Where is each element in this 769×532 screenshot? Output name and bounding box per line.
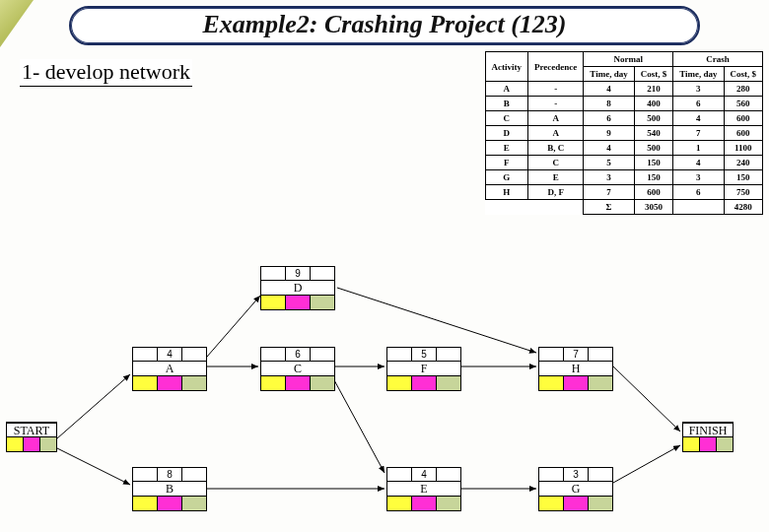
col-crash: Crash (673, 52, 763, 67)
name-b: B (133, 482, 206, 497)
col-crash-cost: Cost, $ (724, 67, 763, 82)
dur-f: 5 (412, 348, 437, 361)
cell-act: B (485, 97, 528, 111)
dur-c: 6 (286, 348, 311, 361)
dur-d: 9 (286, 267, 311, 280)
cell-act: A (485, 82, 528, 97)
dur-b: 8 (158, 468, 182, 481)
dur-h: 7 (564, 348, 589, 361)
cell-nt: 4 (584, 82, 634, 97)
col-normal: Normal (584, 52, 673, 67)
cell-act: C (485, 111, 528, 126)
table-row: FC51504240 (485, 156, 763, 170)
corner-accent (0, 0, 34, 47)
sum-label: Σ (584, 200, 634, 215)
dur-e: 4 (412, 468, 437, 481)
start-label: START (7, 423, 56, 437)
cell-cc: 560 (724, 97, 763, 111)
cell-nc: 150 (634, 170, 673, 185)
cell-ct: 4 (673, 156, 724, 170)
col-crash-time: Time, day (673, 67, 724, 82)
name-e: E (387, 482, 460, 497)
cell-ct: 4 (673, 111, 724, 126)
svg-line-3 (207, 296, 260, 357)
cell-pre: D, F (528, 185, 584, 200)
cell-nc: 500 (634, 141, 673, 156)
cell-pre: E (528, 170, 584, 185)
cell-act: D (485, 126, 528, 141)
activity-table: Activity Precedence Normal Crash Time, d… (485, 51, 764, 215)
page-title: Example2: Crashing Project (123) (77, 10, 692, 39)
node-start: START (6, 422, 57, 452)
name-g: G (539, 482, 612, 497)
cell-act: G (485, 170, 528, 185)
cell-pre: B, C (528, 141, 584, 156)
title-container: Example2: Crashing Project (123) (69, 6, 700, 45)
table-row: B-84006560 (485, 97, 763, 111)
col-normal-time: Time, day (584, 67, 634, 82)
subtitle: 1- develop network (20, 59, 192, 87)
name-c: C (261, 362, 334, 376)
cell-act: F (485, 156, 528, 170)
name-d: D (261, 281, 334, 296)
node-e: 4 E (386, 467, 461, 511)
cell-ct: 6 (673, 185, 724, 200)
name-h: H (539, 362, 612, 376)
col-precedence: Precedence (528, 52, 584, 82)
node-g: 3 G (538, 467, 613, 511)
cell-nc: 500 (634, 111, 673, 126)
name-a: A (133, 362, 206, 376)
col-normal-cost: Cost, $ (634, 67, 673, 82)
cell-ct: 7 (673, 126, 724, 141)
sum-row: Σ 3050 4280 (485, 200, 763, 215)
node-f: 5 F (386, 347, 461, 391)
cell-ct: 3 (673, 82, 724, 97)
cell-nc: 400 (634, 97, 673, 111)
node-b: 8 B (132, 467, 207, 511)
col-activity: Activity (485, 52, 528, 82)
cell-pre: A (528, 126, 584, 141)
table-row: CA65004600 (485, 111, 763, 126)
cell-ct: 6 (673, 97, 724, 111)
finish-label: FINISH (683, 423, 733, 437)
cell-cc: 280 (724, 82, 763, 97)
cell-nt: 9 (584, 126, 634, 141)
node-d: 9 D (260, 266, 335, 310)
cell-nt: 7 (584, 185, 634, 200)
dur-g: 3 (564, 468, 589, 481)
cell-nt: 5 (584, 156, 634, 170)
svg-line-7 (337, 288, 536, 353)
cell-pre: C (528, 156, 584, 170)
cell-nt: 3 (584, 170, 634, 185)
table-row: HD, F76006750 (485, 185, 763, 200)
cell-nt: 6 (584, 111, 634, 126)
cell-act: H (485, 185, 528, 200)
table-row: A-42103280 (485, 82, 763, 97)
sum-crash-cost: 4280 (724, 200, 763, 215)
cell-pre: A (528, 111, 584, 126)
table-row: EB, C450011100 (485, 141, 763, 156)
svg-line-6 (333, 378, 384, 473)
cell-nt: 4 (584, 141, 634, 156)
cell-nc: 150 (634, 156, 673, 170)
svg-line-1 (57, 448, 130, 485)
cell-cc: 600 (724, 126, 763, 141)
cell-ct: 3 (673, 170, 724, 185)
cell-nt: 8 (584, 97, 634, 111)
svg-line-0 (57, 374, 130, 438)
cell-cc: 240 (724, 156, 763, 170)
cell-pre: - (528, 82, 584, 97)
node-c: 6 C (260, 347, 335, 391)
node-finish: FINISH (682, 422, 734, 452)
sum-normal-cost: 3050 (634, 200, 673, 215)
node-a: 4 A (132, 347, 207, 391)
cell-nc: 210 (634, 82, 673, 97)
cell-cc: 150 (724, 170, 763, 185)
cell-pre: - (528, 97, 584, 111)
cell-cc: 750 (724, 185, 763, 200)
svg-line-11 (613, 445, 680, 483)
cell-cc: 1100 (724, 141, 763, 156)
cell-cc: 600 (724, 111, 763, 126)
dur-a: 4 (158, 348, 182, 361)
cell-act: E (485, 141, 528, 156)
